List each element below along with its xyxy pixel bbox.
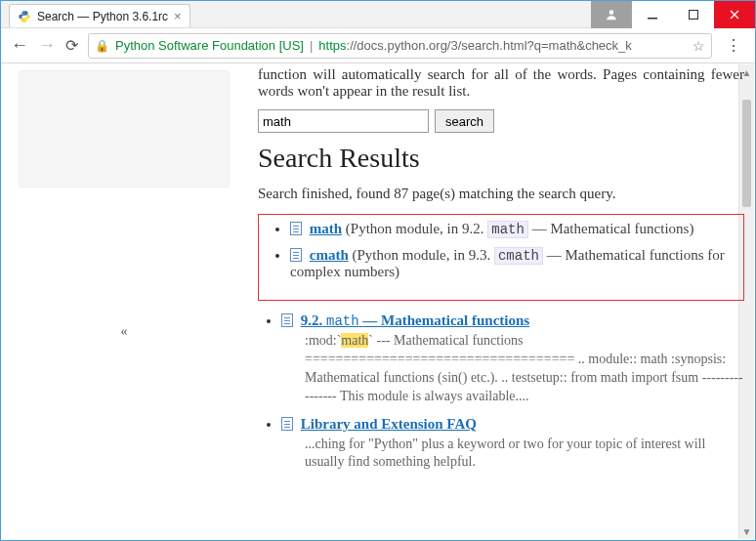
document-icon (290, 248, 302, 262)
user-profile-icon[interactable] (591, 1, 632, 28)
page-content: « function will automatically search for… (2, 64, 754, 539)
maximize-button[interactable] (673, 1, 714, 28)
window-titlebar: Search — Python 3.6.1rc × (1, 1, 755, 28)
tab-close-icon[interactable]: × (174, 9, 182, 23)
result-meta: (Python module, in 9.2. math — Mathemati… (346, 221, 694, 236)
result-snippet: ...ching for "Python" plus a keyword or … (305, 436, 744, 473)
result-item-cmath: cmath (Python module, in 9.3. cmath — Ma… (290, 247, 735, 280)
result-link-cmath[interactable]: cmath (310, 247, 349, 263)
window-controls (591, 1, 755, 27)
search-input[interactable] (258, 109, 429, 133)
reload-button[interactable]: ⟳ (65, 36, 78, 55)
tab-title: Search — Python 3.6.1rc (37, 10, 168, 23)
main-column: function will automatically search for a… (240, 64, 754, 539)
url-text: https://docs.python.org/3/search.html?q=… (318, 38, 687, 53)
svg-rect-2 (690, 11, 698, 20)
page-title: Search Results (258, 143, 744, 174)
browser-tab[interactable]: Search — Python 3.6.1rc × (9, 4, 190, 27)
result-item-faq: Library and Extension FAQ ...ching for "… (281, 416, 744, 473)
document-icon (281, 313, 293, 327)
address-bar[interactable]: 🔒 Python Software Foundation [US] | http… (88, 33, 712, 59)
site-identity: Python Software Foundation [US] (115, 38, 304, 53)
result-link-math[interactable]: math (310, 221, 342, 236)
result-meta: (Python module, in 9.3. cmath — Mathemat… (290, 247, 725, 279)
sidebar: « (2, 64, 240, 539)
svg-point-0 (609, 10, 614, 15)
browser-toolbar: ← → ⟳ 🔒 Python Software Foundation [US] … (1, 28, 755, 63)
intro-text: function will automatically search for a… (258, 66, 744, 100)
bookmark-star-icon[interactable]: ☆ (693, 38, 705, 54)
module-results-box: math (Python module, in 9.2. math — Math… (258, 214, 744, 301)
tab-strip: Search — Python 3.6.1rc × (1, 1, 591, 27)
window-close-button[interactable] (714, 1, 755, 28)
sidebar-placeholder (19, 70, 230, 187)
minimize-button[interactable] (632, 1, 673, 28)
result-snippet: :mod:`math` --- Mathematical functions =… (305, 332, 744, 406)
document-icon (281, 417, 293, 431)
result-item-section: 9.2. math — Mathematical functions :mod:… (281, 312, 744, 406)
search-button[interactable]: search (435, 109, 494, 133)
collapse-sidebar-icon[interactable]: « (121, 324, 128, 340)
browser-menu-icon[interactable]: ⋮ (722, 36, 745, 55)
separator: | (310, 38, 313, 53)
back-button[interactable]: ← (11, 35, 28, 56)
svg-rect-1 (648, 18, 657, 20)
search-status: Search finished, found 87 page(s) matchi… (258, 186, 744, 202)
result-link-faq[interactable]: Library and Extension FAQ (301, 416, 477, 432)
result-link-section[interactable]: 9.2. math — Mathematical functions (301, 312, 529, 328)
result-item-math: math (Python module, in 9.2. math — Math… (290, 221, 735, 237)
search-form: search (258, 109, 744, 133)
lock-icon: 🔒 (95, 39, 109, 53)
forward-button: → (38, 35, 56, 56)
document-icon (290, 222, 302, 235)
python-favicon-icon (18, 10, 31, 23)
